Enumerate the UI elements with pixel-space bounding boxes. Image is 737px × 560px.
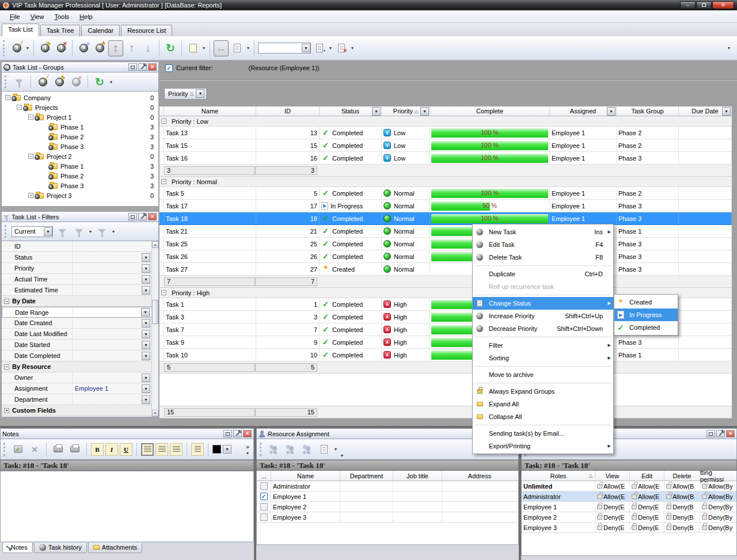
- edit-resource-button[interactable]: [283, 441, 298, 458]
- filters-close-button[interactable]: ✕: [148, 213, 157, 220]
- print-preview-button[interactable]: [51, 441, 66, 458]
- delete-task-button[interactable]: ✕: [54, 40, 69, 56]
- notes-close-button[interactable]: ✕: [243, 430, 252, 437]
- tree-node-phase-2[interactable]: Phase 23: [2, 132, 158, 142]
- table-row[interactable]: Task 2727*CreatedNormalPhase 3: [159, 263, 732, 276]
- save-layout-button[interactable]: ▪: [312, 40, 327, 56]
- group-by-dropdown[interactable]: ▼: [196, 89, 204, 98]
- filter-row-assignment[interactable]: AssignmentEmployee 1▼: [2, 383, 158, 394]
- remove-resource-button[interactable]: [300, 441, 315, 458]
- collapse-box-icon[interactable]: −: [161, 179, 166, 184]
- column-header-address[interactable]: Address: [442, 471, 517, 481]
- tab-task-tree[interactable]: Task Tree: [40, 25, 81, 36]
- column-header-name[interactable]: Name: [164, 106, 256, 116]
- resource-row[interactable]: Employee 3: [257, 512, 518, 523]
- menu-item-export-printing[interactable]: Export/Printing▶: [473, 440, 613, 452]
- filter-group-custom-fields[interactable]: +Custom Fields: [2, 405, 158, 416]
- filter-preset-dropdown[interactable]: ▼: [44, 227, 52, 236]
- menu-item-delete-task[interactable]: Delete TaskF8: [473, 251, 613, 264]
- bullet-list-button[interactable]: [191, 443, 204, 456]
- resource-row[interactable]: Administrator: [257, 481, 518, 492]
- table-row-selected[interactable]: Task 1818✓CompletedNormal100 %Employee 1…: [159, 212, 732, 225]
- filter-row-date-created[interactable]: Date Created▼: [2, 318, 158, 329]
- collapse-box-icon[interactable]: −: [17, 105, 22, 110]
- layout-list-button[interactable]: [230, 40, 245, 56]
- delete-layout-dropdown[interactable]: ▾: [351, 45, 354, 51]
- column-header-priority[interactable]: Priority△▼: [382, 106, 430, 116]
- column-header-status[interactable]: Status▼: [320, 106, 382, 116]
- note-editor[interactable]: [0, 471, 254, 542]
- tree-node-phase-1[interactable]: Phase 13: [2, 161, 158, 171]
- minimize-button[interactable]: –: [680, 1, 696, 9]
- resource-toolbar-caret[interactable]: ▾: [341, 453, 343, 458]
- column-header-task-group[interactable]: Task Group: [617, 106, 679, 116]
- checkbox-unchecked[interactable]: [260, 503, 268, 511]
- collapse-box-icon[interactable]: −: [4, 364, 9, 369]
- table-row[interactable]: Task 1616✓Completed∨Low100 %Employee 1Ph…: [159, 152, 732, 165]
- edit-task-button[interactable]: ✎: [37, 40, 52, 56]
- table-row[interactable]: Task 1010✓Completed∧High100 %Phase 1: [159, 349, 732, 361]
- tab-resource-list[interactable]: Resource List: [121, 25, 172, 36]
- permissions-close-button[interactable]: ✕: [726, 430, 735, 437]
- layout-combo[interactable]: ▼: [258, 43, 311, 54]
- layout-list-dropdown[interactable]: ▾: [247, 45, 249, 51]
- filter-dropdown[interactable]: ▼: [142, 374, 150, 382]
- tab-task-history[interactable]: Task history: [34, 543, 87, 553]
- new-task-button[interactable]: ╱: [9, 40, 24, 56]
- filters-pin-button[interactable]: [138, 213, 147, 220]
- toolbar-grip[interactable]: [3, 40, 6, 56]
- column-header-delete[interactable]: Delete: [664, 471, 700, 481]
- tree-node-company[interactable]: −Company0: [2, 93, 158, 102]
- group-by-chip[interactable]: Priority △ ▼: [164, 88, 207, 100]
- group-filter-button[interactable]: [12, 74, 26, 90]
- column-header-id[interactable]: ID: [256, 106, 320, 116]
- table-row[interactable]: Task 99✓Completed∧High100 %Phase 3: [159, 336, 732, 349]
- resource-row[interactable]: ✓Employee 1: [257, 492, 518, 502]
- filter-dropdown[interactable]: ▼: [142, 352, 150, 360]
- permission-row[interactable]: Employee 3Deny(EDeny(EDeny(BDeny(By: [522, 523, 736, 533]
- filter-row-id[interactable]: ID: [2, 241, 158, 252]
- permission-row[interactable]: Employee 1Deny(EDeny(EDeny(BDeny(By: [522, 502, 736, 512]
- expand-box-icon[interactable]: +: [4, 408, 9, 413]
- tree-node-project-1[interactable]: −Project 10: [2, 112, 158, 122]
- move-down-button[interactable]: ↓: [140, 40, 155, 56]
- clear-filter-dropdown[interactable]: ▾: [112, 229, 115, 234]
- filter-row-owner[interactable]: Owner▼: [2, 372, 158, 383]
- table-row[interactable]: Task 55✓CompletedNormal100 %Employee 1Ph…: [159, 187, 732, 200]
- table-row[interactable]: Task 2626✓CompletedNormal100 %Phase 3: [159, 250, 732, 263]
- collapse-box-icon[interactable]: −: [5, 95, 10, 100]
- permission-row[interactable]: UnlimitedAllow(EAllow(EAllow(BAllow(By: [522, 481, 736, 492]
- filter-dropdown[interactable]: ▼: [142, 264, 150, 273]
- filter-dropdown[interactable]: ▼: [142, 286, 150, 295]
- tab-notes[interactable]: Notes: [2, 543, 33, 553]
- font-color-button[interactable]: [212, 445, 221, 454]
- expand-box-icon[interactable]: +: [28, 193, 33, 198]
- edit-group-button[interactable]: ✎: [52, 74, 67, 90]
- align-center-button[interactable]: [155, 443, 168, 456]
- menu-item-new-task[interactable]: New TaskIns▶: [473, 226, 613, 238]
- column-header-setting-permissions[interactable]: tting permissi: [700, 471, 736, 481]
- fit-row-height-button[interactable]: ↕: [108, 40, 123, 56]
- move-up-button[interactable]: ↑: [124, 40, 139, 56]
- tree-node-project-3[interactable]: +Project 30: [2, 191, 158, 200]
- scroll-down-icon[interactable]: ▼: [152, 410, 158, 417]
- column-filter-dropdown[interactable]: ▼: [607, 107, 616, 116]
- menu-file[interactable]: File: [5, 11, 25, 22]
- collapse-box-icon[interactable]: −: [28, 154, 33, 159]
- filter-dropdown[interactable]: ▼: [142, 384, 150, 393]
- tree-node-phase-2[interactable]: Phase 23: [2, 171, 158, 181]
- filter-dropdown[interactable]: ▼: [142, 253, 150, 262]
- collapse-box-icon[interactable]: −: [161, 119, 166, 124]
- resource-list-button[interactable]: [317, 441, 332, 458]
- filter-dropdown[interactable]: ▼: [142, 330, 150, 338]
- table-row[interactable]: Task 2121✓CompletedNormal100 %Phase 1: [159, 225, 732, 238]
- column-header-name[interactable]: Name: [271, 471, 340, 481]
- font-color-dropdown[interactable]: ▼: [223, 445, 231, 454]
- scrollbar-thumb[interactable]: [152, 300, 158, 324]
- align-right-button[interactable]: [170, 443, 183, 456]
- filter-row-department[interactable]: Department▼: [2, 394, 158, 405]
- priority-task-button[interactable]: ≜: [92, 40, 107, 56]
- column-header-roles[interactable]: Roles△: [522, 471, 595, 481]
- filter-dropdown[interactable]: ▼: [142, 275, 150, 284]
- column-filter-dropdown[interactable]: ▼: [372, 107, 381, 116]
